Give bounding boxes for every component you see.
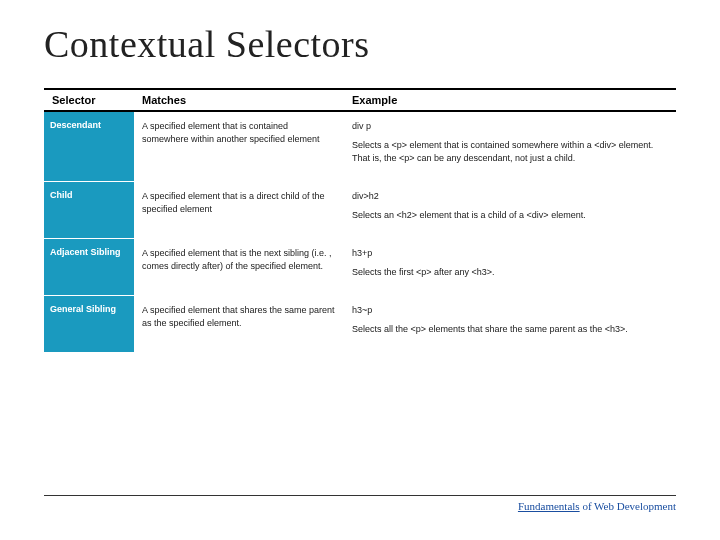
- example-desc: Selects all the <p> elements that share …: [352, 324, 628, 334]
- selector-name: General Sibling: [44, 296, 134, 353]
- selector-example: h3~p Selects all the <p> elements that s…: [344, 296, 676, 353]
- col-example: Example: [344, 89, 676, 111]
- col-selector: Selector: [44, 89, 134, 111]
- slide-footer: Fundamentals of Web Development: [44, 495, 676, 512]
- example-code: h3+p: [352, 247, 668, 260]
- slide-title: Contextual Selectors: [44, 22, 676, 66]
- footer-word-underlined: Fundamentals: [518, 500, 580, 512]
- selector-example: div>h2 Selects an <h2> element that is a…: [344, 182, 676, 239]
- selector-name: Descendant: [44, 111, 134, 182]
- selector-matches: A specified element that is a direct chi…: [134, 182, 344, 239]
- example-code: div p: [352, 120, 668, 133]
- example-code: h3~p: [352, 304, 668, 317]
- example-code: div>h2: [352, 190, 668, 203]
- table-row: General Sibling A specified element that…: [44, 296, 676, 353]
- example-desc: Selects an <h2> element that is a child …: [352, 210, 586, 220]
- selectors-table: Selector Matches Example Descendant A sp…: [44, 88, 676, 353]
- footer-text: Fundamentals of Web Development: [44, 500, 676, 512]
- footer-rest: of Web Development: [580, 500, 676, 512]
- selector-matches: A specified element that is contained so…: [134, 111, 344, 182]
- table-row: Adjacent Sibling A specified element tha…: [44, 239, 676, 296]
- selector-name: Child: [44, 182, 134, 239]
- selector-name: Adjacent Sibling: [44, 239, 134, 296]
- selector-example: div p Selects a <p> element that is cont…: [344, 111, 676, 182]
- table-row: Descendant A specified element that is c…: [44, 111, 676, 182]
- table-row: Child A specified element that is a dire…: [44, 182, 676, 239]
- table-header-row: Selector Matches Example: [44, 89, 676, 111]
- selector-matches: A specified element that shares the same…: [134, 296, 344, 353]
- example-desc: Selects the first <p> after any <h3>.: [352, 267, 495, 277]
- col-matches: Matches: [134, 89, 344, 111]
- example-desc: Selects a <p> element that is contained …: [352, 140, 653, 163]
- footer-rule: [44, 495, 676, 496]
- selector-example: h3+p Selects the first <p> after any <h3…: [344, 239, 676, 296]
- selector-matches: A specified element that is the next sib…: [134, 239, 344, 296]
